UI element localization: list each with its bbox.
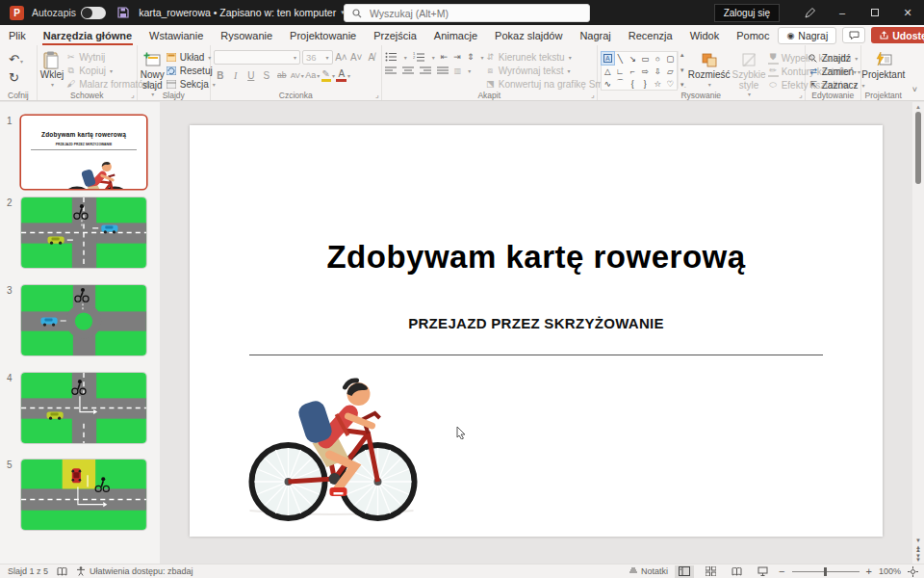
- clear-formatting-button[interactable]: A̸: [365, 51, 378, 65]
- undo-button[interactable]: ↶▾: [9, 52, 23, 66]
- change-case-button[interactable]: Aa▾: [306, 68, 320, 82]
- thumbnail-slide-4[interactable]: [21, 373, 146, 443]
- tab-pomoc[interactable]: Pomoc: [728, 25, 778, 45]
- underline-button[interactable]: U: [244, 68, 258, 82]
- thumbnail-slide-5[interactable]: [21, 460, 146, 530]
- autosave-toggle[interactable]: [81, 7, 106, 19]
- spellcheck-icon[interactable]: [57, 567, 67, 576]
- align-right-button[interactable]: [420, 66, 431, 75]
- slideshow-view-button[interactable]: [753, 565, 772, 578]
- scrollbar-thumb[interactable]: [915, 112, 921, 184]
- thumbnail-slide-3[interactable]: [21, 285, 146, 355]
- document-title[interactable]: karta_rowerowa • Zapisano w: ten kompute…: [139, 7, 345, 18]
- shape-arrow-down-icon[interactable]: ⇩: [652, 65, 664, 77]
- shape-textbox-icon[interactable]: A: [602, 52, 614, 65]
- slide-1-editing-surface[interactable]: Zdobywam kartę rowerową PRZEJAZD PRZEZ S…: [190, 125, 883, 537]
- shape-rectangle-icon[interactable]: ▭: [639, 52, 652, 65]
- shape-star-icon[interactable]: ☆: [652, 77, 664, 90]
- strikethrough-button[interactable]: ab: [275, 68, 289, 82]
- search-box[interactable]: [344, 4, 590, 22]
- shape-arrow-line-icon[interactable]: ↘: [627, 52, 639, 65]
- zoom-slider-thumb[interactable]: [824, 567, 827, 576]
- bold-button[interactable]: B: [214, 68, 227, 82]
- character-spacing-button[interactable]: AV▾: [291, 68, 304, 82]
- shrink-font-button[interactable]: A˅: [349, 51, 363, 65]
- thumbnail-slide-1[interactable]: Zdobywam kartę rowerową PRZEJAZD PRZEZ S…: [21, 116, 146, 189]
- tab-pokaz-slajdow[interactable]: Pokaz slajdów: [486, 25, 571, 45]
- slide-canvas[interactable]: Zdobywam kartę rowerową PRZEJAZD PRZEZ S…: [160, 102, 912, 564]
- tab-wstawianie[interactable]: Wstawianie: [141, 25, 212, 45]
- scroll-up-arrow-icon[interactable]: ▲: [912, 104, 924, 110]
- italic-button[interactable]: I: [229, 68, 243, 82]
- redo-button[interactable]: ↻: [9, 70, 23, 85]
- dialog-launcher-icon[interactable]: ⌟: [799, 91, 803, 99]
- shapes-gallery-scroll[interactable]: ▲ ▼ ▼̱: [678, 51, 686, 89]
- tab-plik[interactable]: Plik: [0, 25, 35, 45]
- fit-to-window-button[interactable]: [908, 566, 918, 577]
- tab-projektowanie[interactable]: Projektowanie: [281, 25, 365, 45]
- bullets-button[interactable]: [385, 52, 398, 62]
- dialog-launcher-icon[interactable]: ⌟: [375, 91, 379, 99]
- shape-brace-left-icon[interactable]: {: [627, 77, 639, 90]
- paste-button[interactable]: Wklej ▾: [40, 48, 64, 88]
- highlight-color-button[interactable]: ✎▾: [321, 68, 335, 82]
- shape-elbow-connector-icon[interactable]: ∟: [614, 65, 627, 77]
- dialog-launcher-icon[interactable]: ⌟: [131, 91, 135, 99]
- normal-view-button[interactable]: [675, 565, 694, 578]
- zoom-in-button[interactable]: +: [866, 565, 872, 577]
- comments-button[interactable]: [842, 27, 865, 43]
- collapse-ribbon-button[interactable]: ˅: [906, 45, 924, 100]
- scroll-down-arrow-icon[interactable]: ▼: [915, 538, 921, 543]
- arrange-button[interactable]: Rozmieść ▾: [688, 48, 731, 88]
- decrease-indent-button[interactable]: ⇤: [441, 52, 449, 62]
- powerpoint-app-icon[interactable]: P: [10, 6, 24, 20]
- numbering-button[interactable]: 12: [413, 52, 425, 62]
- reading-view-button[interactable]: [727, 565, 746, 578]
- sign-in-button[interactable]: Zaloguj się: [714, 4, 780, 22]
- align-left-button[interactable]: [385, 66, 397, 75]
- pen-icon[interactable]: [793, 0, 826, 25]
- shape-oval-icon[interactable]: ○: [652, 52, 664, 65]
- tab-animacje[interactable]: Animacje: [425, 25, 486, 45]
- font-size-combo[interactable]: 36▾: [302, 50, 333, 65]
- align-center-button[interactable]: [402, 66, 414, 75]
- reset-button[interactable]: Resetuj: [167, 65, 216, 76]
- minimize-button[interactable]: –: [826, 0, 859, 25]
- shape-scribble-icon[interactable]: ∿: [602, 77, 614, 90]
- tab-przejscia[interactable]: Przejścia: [365, 25, 425, 45]
- shape-brace-right-icon[interactable]: }: [639, 77, 652, 90]
- zoom-out-button[interactable]: −: [779, 565, 784, 577]
- tab-nagraj[interactable]: Nagraj: [571, 25, 619, 45]
- find-button[interactable]: Znajdź: [808, 52, 865, 64]
- tab-rysowanie[interactable]: Rysowanie: [212, 25, 281, 45]
- slide-divider-line[interactable]: [249, 355, 823, 355]
- increase-indent-button[interactable]: ⇥: [453, 52, 461, 62]
- tab-narzedzia-glowne[interactable]: Narzędzia główne: [35, 25, 141, 45]
- shape-parallelogram-icon[interactable]: ▱: [664, 65, 677, 77]
- scroll-down-icon[interactable]: ▼: [680, 67, 685, 73]
- shape-line-icon[interactable]: ╲: [614, 52, 627, 65]
- next-slide-button[interactable]: ▼▼: [915, 555, 921, 562]
- close-button[interactable]: ✕: [891, 0, 924, 25]
- dialog-launcher-icon[interactable]: ⌟: [591, 91, 595, 99]
- vertical-scrollbar[interactable]: ▲ ▼ ▲▲ ▼▼: [912, 102, 924, 564]
- scroll-up-icon[interactable]: ▲: [680, 52, 685, 58]
- thumbnail-slide-2[interactable]: [21, 197, 146, 268]
- shape-arc-icon[interactable]: ⌒: [614, 77, 627, 90]
- shape-arrow-right-icon[interactable]: ⇨: [639, 65, 652, 77]
- zoom-slider[interactable]: [792, 571, 860, 572]
- record-button[interactable]: ◉ Nagraj: [778, 27, 836, 44]
- shape-elbow-arrow-icon[interactable]: ⌐: [627, 65, 639, 77]
- replace-button[interactable]: ⇄Zamień▾: [808, 66, 865, 77]
- zoom-level[interactable]: 100%: [879, 566, 901, 576]
- shape-heart-icon[interactable]: ♡: [664, 77, 677, 90]
- section-button[interactable]: Sekcja▾: [167, 78, 216, 90]
- accessibility-checker[interactable]: Ułatwienia dostępu: zbadaj: [76, 566, 193, 576]
- tab-widok[interactable]: Widok: [681, 25, 729, 45]
- share-button[interactable]: Udostępnij: [871, 27, 924, 43]
- font-color-button[interactable]: A▾: [337, 68, 350, 82]
- text-shadow-button[interactable]: S: [260, 68, 273, 82]
- designer-button[interactable]: Projektant: [864, 48, 903, 81]
- shape-triangle-icon[interactable]: △: [602, 65, 614, 77]
- slide-counter[interactable]: Slajd 1 z 5: [8, 566, 48, 576]
